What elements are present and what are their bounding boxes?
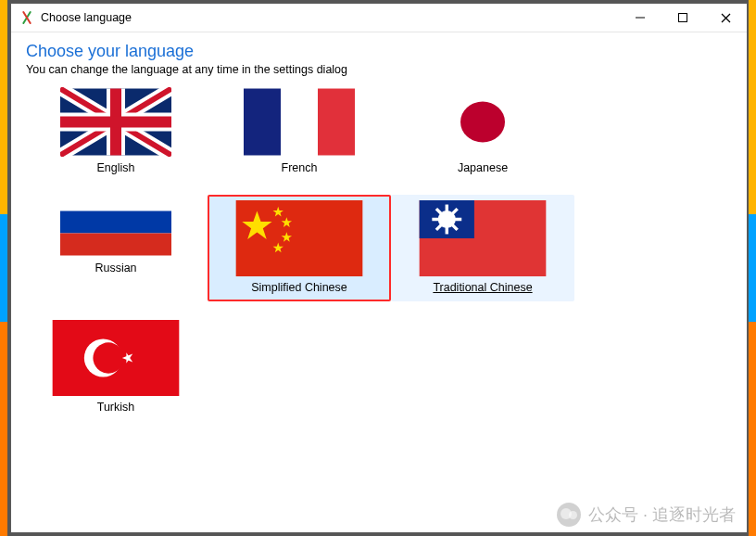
dialog-body: Choose your language You can change the … <box>11 32 747 532</box>
svg-rect-8 <box>60 117 171 128</box>
language-option-russian[interactable]: Russian <box>24 182 208 301</box>
svg-rect-10 <box>281 89 318 156</box>
svg-rect-15 <box>60 211 171 234</box>
titlebar: Choose language <box>11 4 747 32</box>
language-label: Turkish <box>26 401 206 414</box>
svg-rect-17 <box>236 200 363 276</box>
maximize-button[interactable] <box>662 4 704 32</box>
flag-taiwan-icon <box>413 200 552 276</box>
close-button[interactable] <box>704 4 747 32</box>
language-option-english[interactable]: English <box>24 82 208 182</box>
watermark: 公众号 · 追逐时光者 <box>557 503 736 527</box>
svg-rect-14 <box>60 189 171 211</box>
language-label: Traditional Chinese <box>393 281 573 294</box>
language-option-simplified-chinese[interactable]: Simplified Chinese <box>208 195 391 301</box>
minimize-icon <box>636 13 645 22</box>
language-grid: English French Japanese <box>24 82 734 421</box>
choose-language-dialog: Choose language Choose your language You… <box>10 3 748 533</box>
page-subtitle: You can change the language at any time … <box>26 63 734 76</box>
app-icon <box>19 9 35 26</box>
page-title: Choose your language <box>26 42 734 61</box>
language-label: English <box>26 161 206 174</box>
flag-russia-icon <box>60 187 171 257</box>
svg-rect-16 <box>60 234 171 256</box>
svg-point-30 <box>440 213 453 226</box>
svg-point-13 <box>460 102 505 143</box>
svg-point-33 <box>93 342 123 373</box>
language-label: French <box>209 161 389 174</box>
minimize-button[interactable] <box>619 4 662 32</box>
flag-japan-icon <box>427 87 538 157</box>
language-option-japanese[interactable]: Japanese <box>391 82 574 182</box>
flag-uk-icon <box>60 87 171 157</box>
flag-france-icon <box>244 87 355 157</box>
language-label: Russian <box>26 262 206 274</box>
watermark-text: 公众号 · 追逐时光者 <box>588 504 736 526</box>
language-option-french[interactable]: French <box>208 82 391 182</box>
svg-rect-1 <box>679 14 687 22</box>
wechat-icon <box>557 503 581 527</box>
language-label: Japanese <box>393 161 573 174</box>
language-option-turkish[interactable]: Turkish <box>24 314 208 421</box>
close-icon <box>721 13 731 23</box>
maximize-icon <box>678 13 687 22</box>
window-title: Choose language <box>41 11 132 24</box>
flag-turkey-icon <box>46 320 185 396</box>
language-label: Simplified Chinese <box>209 281 389 294</box>
svg-rect-11 <box>318 89 355 156</box>
svg-rect-9 <box>244 89 281 156</box>
language-option-traditional-chinese[interactable]: Traditional Chinese <box>391 195 574 301</box>
flag-china-icon <box>230 200 369 276</box>
